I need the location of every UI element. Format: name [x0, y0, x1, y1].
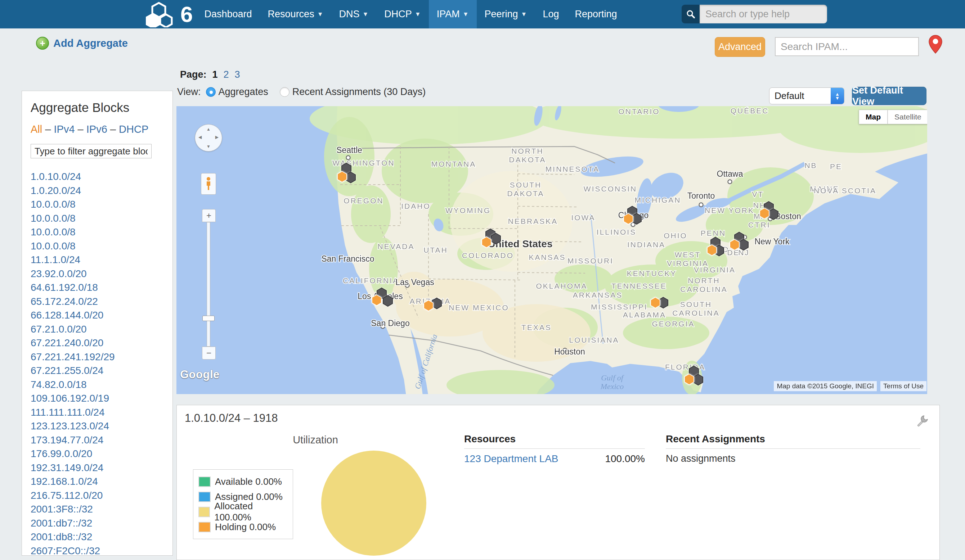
terms-of-use-link[interactable]: Terms of Use [880, 381, 926, 391]
resource-link[interactable]: 123 Department LAB [464, 453, 558, 465]
street-view-pegman[interactable] [201, 173, 216, 195]
app-logo[interactable]: 6 [145, 0, 193, 28]
state-label: MISSOURI [568, 256, 613, 265]
map-marker-orange[interactable] [482, 237, 491, 248]
map-marker-gray[interactable] [491, 233, 500, 244]
search-icon[interactable] [682, 5, 700, 23]
map-marker-orange[interactable] [337, 171, 347, 182]
advanced-button[interactable]: Advanced [715, 37, 765, 57]
state-label: ARKANSAS [573, 291, 623, 299]
state-label: ALABAMA [623, 310, 666, 319]
aggregate-block-link[interactable]: 216.75.112.0/20 [31, 489, 172, 503]
aggregate-block-link[interactable]: 67.221.241.192/29 [31, 350, 172, 364]
state-label: COLORADO [462, 251, 514, 260]
ipam-search-input[interactable] [775, 37, 919, 56]
aggregate-block-link[interactable]: 67.221.255.0/24 [31, 364, 172, 378]
nav-item-ipam[interactable]: IPAM▼ [429, 0, 477, 28]
filter-all[interactable]: All [31, 123, 42, 135]
page-number-2[interactable]: 2 [224, 69, 229, 80]
filter-ipv6[interactable]: IPv6 [87, 123, 107, 135]
aggregate-block-link[interactable]: 2607:F2C0::/32 [31, 544, 172, 558]
aggregate-block-link[interactable]: 2001:db8::/32 [31, 530, 172, 544]
aggregate-block-link[interactable]: 176.99.0.0/20 [31, 447, 172, 461]
view-option-recent-assignments[interactable]: Recent Assignments (30 Days) [280, 87, 426, 98]
map-marker-orange[interactable] [730, 239, 739, 250]
aggregate-block-link[interactable]: 65.172.24.0/22 [31, 295, 172, 309]
page-number-1[interactable]: 1 [213, 69, 218, 80]
map-pin-icon[interactable] [927, 34, 944, 56]
zoom-slider-handle[interactable] [202, 316, 214, 321]
wrench-settings-icon[interactable] [916, 413, 930, 429]
map-marker-gray[interactable] [693, 374, 703, 385]
aggregate-block-link[interactable]: 2001:db7::/32 [31, 516, 172, 531]
map-marker-orange[interactable] [624, 214, 633, 224]
aggregate-block-link[interactable]: 173.194.77.0/24 [31, 433, 172, 447]
radio-selected-icon[interactable] [206, 87, 216, 97]
pan-right-icon[interactable]: ▶ [215, 135, 219, 140]
aggregate-block-link[interactable]: 64.61.192.0/18 [31, 281, 172, 295]
pan-left-icon[interactable]: ◀ [198, 135, 202, 140]
view-option-aggregates[interactable]: Aggregates [206, 87, 268, 98]
zoom-out-button[interactable]: − [202, 346, 216, 359]
global-search [682, 5, 827, 23]
aggregate-block-link[interactable]: 10.0.0.0/8 [31, 198, 172, 212]
aggregate-block-link[interactable]: 1.0.20.0/24 [31, 184, 172, 198]
nav-item-dashboard[interactable]: Dashboard [196, 0, 260, 28]
zoom-in-button[interactable]: + [202, 209, 216, 222]
nav-item-resources[interactable]: Resources▼ [260, 0, 331, 28]
aggregate-block-link[interactable]: 111.111.111.0/24 [31, 406, 172, 420]
state-label: SOUTHDAKOTA [507, 181, 545, 198]
radio-unselected-icon[interactable] [280, 87, 290, 97]
aggregate-block-link[interactable]: 67.221.240.0/20 [31, 336, 172, 350]
aggregate-block-link[interactable]: 192.31.149.0/24 [31, 461, 172, 475]
map-marker-gray[interactable] [769, 209, 778, 220]
aggregate-block-link[interactable]: 67.21.0.0/20 [31, 322, 172, 336]
aggregate-block-link[interactable]: 10.0.0.0/8 [31, 225, 172, 239]
aggregate-block-link[interactable]: 74.82.0.0/18 [31, 378, 172, 392]
map-marker-gray[interactable] [346, 172, 355, 183]
city-label: San Diego [371, 318, 409, 328]
map-pan-control[interactable]: ▲ ▼ ◀ ▶ [195, 124, 222, 152]
aggregate-block-link[interactable]: 10.0.0.0/8 [31, 212, 172, 226]
add-aggregate-button[interactable]: + Add Aggregate [36, 37, 128, 50]
map-marker-orange[interactable] [707, 245, 716, 256]
map-marker-orange[interactable] [424, 300, 433, 311]
ipam-map[interactable]: WASHINGTONOREGONIDAHOMONTANANORTHDAKOTAS… [177, 106, 927, 394]
pan-up-icon[interactable]: ▲ [206, 127, 211, 132]
nav-item-reporting[interactable]: Reporting [567, 0, 625, 28]
state-label: WISCONSIN [584, 184, 637, 193]
map-marker-orange[interactable] [651, 297, 660, 308]
nav-item-log[interactable]: Log [535, 0, 567, 28]
aggregate-block-link[interactable]: 11.1.1.0/24 [31, 253, 172, 267]
aggregate-block-link[interactable]: 109.106.192.0/19 [31, 392, 172, 406]
aggregate-block-link[interactable]: 123.123.123.0/24 [31, 419, 172, 433]
nav-item-peering[interactable]: Peering▼ [477, 0, 535, 28]
aggregate-block-link[interactable]: 192.168.1.0/24 [31, 475, 172, 489]
map-type-map-button[interactable]: Map [859, 110, 888, 124]
page-number-3[interactable]: 3 [235, 69, 240, 80]
global-search-input[interactable] [700, 5, 827, 23]
filter-ipv4[interactable]: IPv4 [54, 123, 75, 135]
map-type-satellite-button[interactable]: Satellite [888, 110, 927, 124]
map-marker-orange[interactable] [372, 295, 381, 305]
map-marker-gray[interactable] [383, 296, 393, 306]
state-label: VT [752, 190, 764, 198]
aggregate-block-link[interactable]: 2001:3F8::/32 [31, 503, 172, 516]
map-marker-orange[interactable] [685, 374, 694, 385]
nav-item-dhcp[interactable]: DHCP▼ [376, 0, 429, 28]
map-marker-orange[interactable] [760, 208, 769, 219]
pan-down-icon[interactable]: ▼ [206, 144, 211, 149]
aggregate-block-link[interactable]: 1.0.10.0/24 [31, 170, 172, 184]
aggregate-filter-input[interactable] [31, 144, 152, 158]
view-preset-select[interactable]: Default ▲▼ [769, 87, 844, 104]
set-default-view-button[interactable]: Set Default View [852, 87, 926, 105]
aggregate-block-link[interactable]: 23.92.0.0/20 [31, 267, 172, 281]
aggregate-block-link[interactable]: 66.128.144.0/20 [31, 309, 172, 322]
state-label: TEXAS [522, 323, 552, 331]
filter-dhcp[interactable]: DHCP [119, 123, 148, 135]
map-marker-gray[interactable] [739, 239, 748, 250]
nav-item-dns[interactable]: DNS▼ [331, 0, 376, 28]
zoom-slider-track[interactable] [207, 222, 210, 346]
aggregate-block-link[interactable]: 10.0.0.0/8 [31, 239, 172, 253]
top-navbar: 6 DashboardResources▼DNS▼DHCP▼IPAM▼Peeri… [0, 0, 965, 28]
